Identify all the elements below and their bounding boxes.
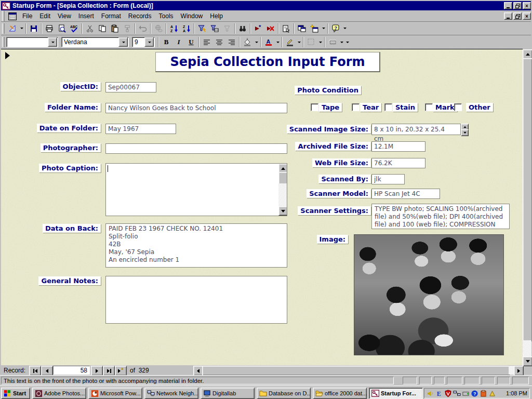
scroll-thumb[interactable] [523, 58, 532, 341]
graphics-tablet-icon[interactable] [488, 390, 496, 397]
fill-color-button[interactable] [241, 36, 254, 48]
scanned-image-size-field[interactable]: 8 x 10 in, 20.32 x 25.4 cm [371, 124, 461, 135]
online-service-icon[interactable]: E [435, 390, 443, 397]
fill-color-dropdown[interactable] [254, 36, 259, 48]
align-left-button[interactable] [201, 36, 213, 48]
object-selector-combo[interactable] [6, 37, 58, 47]
toolbar-gripper[interactable] [2, 37, 5, 47]
tape-checkbox[interactable] [311, 103, 318, 111]
restore-button[interactable] [513, 2, 522, 9]
mdi-minimize-button[interactable] [504, 12, 512, 20]
taskbar-button-office-folder[interactable]: office 2000 dat... [313, 388, 367, 399]
scroll-thumb[interactable] [278, 172, 287, 184]
menu-records[interactable]: Records [125, 11, 155, 21]
antivirus-shield-icon[interactable] [444, 390, 452, 397]
general-notes-field[interactable] [105, 276, 287, 324]
special-effect-button[interactable] [326, 36, 339, 48]
sort-descending-button[interactable]: ZA [180, 23, 193, 34]
new-record-nav-button[interactable]: * [115, 366, 127, 376]
font-color-button[interactable]: A [262, 36, 275, 48]
toolbar-gripper[interactable] [2, 23, 5, 34]
underline-button[interactable]: U [185, 36, 197, 48]
menu-view[interactable]: View [54, 11, 75, 21]
taskbar-button-digitallab[interactable]: Digitallab [201, 388, 255, 399]
print-preview-button[interactable] [56, 23, 68, 34]
database-window-button[interactable] [296, 23, 308, 34]
hscroll-track[interactable] [509, 366, 514, 375]
photographer-field[interactable] [105, 143, 287, 154]
menu-format[interactable]: Format [98, 11, 125, 21]
caption-scrollbar[interactable] [278, 164, 287, 216]
font-name-combo[interactable]: Verdana [61, 37, 129, 47]
objectid-field[interactable] [105, 82, 156, 92]
scroll-down-button[interactable] [278, 206, 287, 216]
combo-drop-button[interactable] [118, 37, 128, 47]
find-button[interactable] [236, 23, 249, 34]
align-center-button[interactable] [213, 36, 225, 48]
save-button[interactable] [28, 23, 40, 34]
italic-button[interactable]: I [172, 36, 185, 48]
format-painter-button[interactable] [121, 23, 134, 34]
insert-hyperlink-button[interactable] [152, 23, 165, 34]
line-color-dropdown[interactable] [296, 36, 302, 48]
mark-checkbox[interactable] [425, 103, 433, 111]
tear-checkbox[interactable] [352, 103, 360, 111]
archived-file-size-field[interactable] [371, 141, 425, 152]
special-effect-dropdown[interactable] [339, 36, 344, 48]
border-width-button[interactable] [305, 36, 317, 48]
hscroll-right-button[interactable] [514, 366, 524, 376]
mdi-restore-button[interactable] [513, 12, 522, 20]
first-record-button[interactable] [29, 366, 41, 376]
scanner-settings-field[interactable]: TYPE BW photo; SCALING 100%(archived fil… [371, 204, 510, 229]
undo-button[interactable] [137, 23, 149, 34]
filter-by-form-button[interactable] [208, 23, 221, 34]
toolbar-options-dropdown[interactable] [344, 36, 350, 48]
menu-help[interactable]: Help [206, 11, 227, 21]
help-dropdown[interactable] [342, 23, 348, 34]
menu-file[interactable]: File [19, 11, 36, 21]
date-on-folder-field[interactable] [105, 124, 176, 134]
last-record-button[interactable] [103, 366, 115, 376]
taskbar-button-database-folder[interactable]: Database on D... [257, 388, 311, 399]
design-view-dropdown[interactable] [19, 23, 24, 34]
combo-drop-button[interactable] [144, 37, 154, 47]
network-status-icon[interactable] [453, 390, 461, 397]
scheduler-icon[interactable] [480, 390, 487, 397]
minimize-button[interactable] [504, 2, 512, 9]
line-color-button[interactable] [284, 36, 296, 48]
paste-button[interactable] [109, 23, 121, 34]
scroll-down-button[interactable] [523, 356, 532, 366]
start-button[interactable]: Start [1, 388, 30, 399]
align-right-button[interactable] [225, 36, 238, 48]
form-vertical-scrollbar[interactable] [523, 49, 531, 365]
apply-filter-button[interactable] [221, 23, 233, 34]
spelling-button[interactable]: ABC [68, 23, 81, 34]
volume-icon[interactable] [427, 390, 434, 397]
combo-drop-button[interactable] [48, 37, 57, 47]
scroll-track[interactable] [523, 340, 531, 356]
mdi-close-button[interactable]: × [523, 12, 531, 20]
cut-button[interactable] [84, 23, 96, 34]
stain-checkbox[interactable] [384, 103, 392, 111]
design-view-button[interactable] [6, 23, 19, 34]
scanned-by-field[interactable] [371, 174, 405, 184]
menu-insert[interactable]: Insert [75, 11, 98, 21]
menu-edit[interactable]: Edit [36, 11, 54, 21]
sort-ascending-button[interactable]: AZ [168, 23, 180, 34]
next-record-button[interactable] [91, 366, 103, 376]
record-number-field[interactable] [53, 366, 90, 375]
menu-window[interactable]: Window [177, 11, 207, 21]
copy-button[interactable] [96, 23, 109, 34]
bold-button[interactable]: B [160, 36, 172, 48]
close-button[interactable]: × [523, 2, 531, 9]
menu-tools[interactable]: Tools [155, 11, 177, 21]
scanner-model-field[interactable] [371, 189, 440, 199]
scanner-status-icon[interactable] [462, 390, 470, 397]
help-button[interactable]: ? [329, 23, 342, 34]
web-file-size-field[interactable] [371, 158, 425, 168]
folder-name-field[interactable] [105, 103, 287, 113]
new-object-button[interactable] [308, 23, 321, 34]
taskbar-button-startup-form[interactable]: Startup For... [369, 388, 423, 399]
taskbar-button-adobe[interactable]: Adobe Photos... [32, 388, 86, 399]
data-on-back-field[interactable]: PAID FEB 23 1967 CHECK NO. 12401 Split-f… [105, 223, 287, 268]
